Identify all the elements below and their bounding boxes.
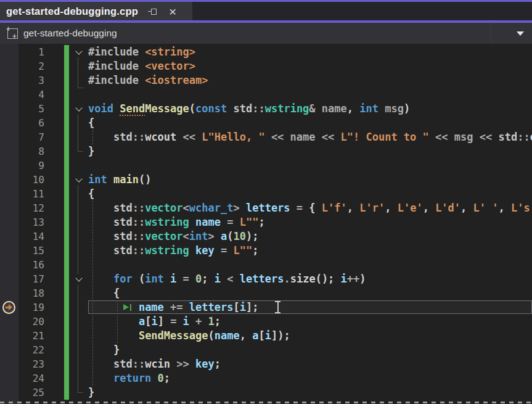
code-text[interactable]: SendMessage(name, a[i]);: [88, 329, 532, 343]
breakpoint-margin[interactable]: [0, 357, 18, 371]
breakpoint-margin[interactable]: [0, 159, 18, 173]
code-text[interactable]: std::vector<int> a(10);: [88, 229, 532, 244]
code-text[interactable]: [88, 258, 532, 272]
breakpoint-margin[interactable]: [0, 88, 18, 102]
code-line-24[interactable]: 24 return 0;: [0, 371, 532, 385]
line-number[interactable]: 12: [18, 201, 52, 215]
code-line-16[interactable]: 16: [0, 258, 532, 272]
breakpoint-margin[interactable]: [0, 173, 18, 187]
code-line-10[interactable]: 10int main(): [0, 173, 532, 187]
line-number[interactable]: 13: [18, 215, 52, 229]
breakpoint-margin[interactable]: [0, 300, 18, 315]
line-number[interactable]: 4: [18, 88, 52, 102]
fold-chevron-icon[interactable]: [73, 104, 84, 114]
code-line-14[interactable]: 14 std::vector<int> a(10);: [0, 229, 532, 244]
line-number[interactable]: 19: [18, 300, 52, 315]
line-number[interactable]: 11: [18, 187, 52, 201]
code-line-7[interactable]: 7 std::wcout << L"Hello, " << name << L"…: [0, 130, 532, 144]
line-number[interactable]: 8: [18, 144, 52, 159]
line-number[interactable]: 23: [18, 357, 52, 371]
code-line-9[interactable]: 9: [0, 159, 532, 173]
line-number[interactable]: 17: [18, 272, 52, 286]
breakpoint-margin[interactable]: [0, 130, 18, 144]
code-text[interactable]: std::vector<wchar_t> letters = { L'f', L…: [88, 201, 532, 215]
line-number[interactable]: 24: [18, 371, 52, 385]
breakpoint-margin[interactable]: [0, 73, 18, 88]
fold-chevron-icon[interactable]: [73, 274, 84, 284]
code-line-13[interactable]: 13 std::wstring name = L"";: [0, 215, 532, 229]
breakpoint-margin[interactable]: [0, 329, 18, 343]
code-line-23[interactable]: 23 std::wcin >> key;: [0, 357, 532, 371]
code-text[interactable]: {: [88, 116, 532, 130]
code-text[interactable]: name += letters[i];: [88, 300, 532, 315]
line-number[interactable]: 25: [18, 385, 52, 400]
breakpoint-margin[interactable]: [0, 201, 18, 215]
code-line-5[interactable]: 5void SendMessage(const std::wstring& na…: [0, 102, 532, 116]
code-text[interactable]: a[i] = i + 1;: [88, 315, 532, 329]
code-line-12[interactable]: 12 std::vector<wchar_t> letters = { L'f'…: [0, 201, 532, 215]
code-line-15[interactable]: 15 std::wstring key = L"";: [0, 244, 532, 258]
breakpoint-margin[interactable]: [0, 272, 18, 286]
breakpoint-margin[interactable]: [0, 102, 18, 116]
breakpoint-margin[interactable]: [0, 116, 18, 130]
breakpoint-margin[interactable]: [0, 315, 18, 329]
scope-dropdown-button[interactable]: [491, 23, 532, 44]
code-text[interactable]: return 0;: [88, 371, 532, 385]
breakpoint-margin[interactable]: [0, 385, 18, 400]
breadcrumb-bar[interactable]: get-started-debugging: [0, 23, 532, 44]
fold-chevron-icon[interactable]: [73, 175, 84, 185]
line-number[interactable]: 21: [18, 329, 52, 343]
breakpoint-margin[interactable]: [0, 229, 18, 244]
code-line-22[interactable]: 22 }: [0, 343, 532, 357]
code-line-8[interactable]: 8}: [0, 144, 532, 159]
line-number[interactable]: 5: [18, 102, 52, 116]
line-number[interactable]: 18: [18, 286, 52, 300]
breakpoint-margin[interactable]: [0, 144, 18, 159]
code-line-1[interactable]: 1#include <string>: [0, 45, 532, 59]
line-number[interactable]: 3: [18, 73, 52, 88]
code-text[interactable]: std::wcout << L"Hello, " << name << L"! …: [88, 130, 532, 144]
code-line-2[interactable]: 2#include <vector>: [0, 59, 532, 73]
line-number[interactable]: 9: [18, 159, 52, 173]
line-number[interactable]: 6: [18, 116, 52, 130]
breakpoint-margin[interactable]: [0, 187, 18, 201]
close-icon[interactable]: ×: [169, 5, 176, 18]
code-line-6[interactable]: 6{: [0, 116, 532, 130]
code-text[interactable]: [88, 159, 532, 173]
code-text[interactable]: std::wstring name = L"";: [88, 215, 532, 229]
line-number[interactable]: 20: [18, 315, 52, 329]
code-line-3[interactable]: 3#include <iostream>: [0, 73, 532, 88]
breakpoint-margin[interactable]: [0, 59, 18, 73]
code-text[interactable]: #include <string>: [88, 45, 532, 59]
fold-chevron-icon[interactable]: [73, 47, 84, 57]
code-text[interactable]: {: [88, 286, 532, 300]
line-number[interactable]: 15: [18, 244, 52, 258]
code-text[interactable]: int main(): [88, 173, 532, 187]
line-number[interactable]: 1: [18, 45, 52, 59]
code-line-11[interactable]: 11{: [0, 187, 532, 201]
line-number[interactable]: 10: [18, 173, 52, 187]
run-to-click-icon[interactable]: [123, 303, 133, 311]
code-text[interactable]: }: [88, 343, 532, 357]
breakpoint-margin[interactable]: [0, 286, 18, 300]
code-text[interactable]: }: [88, 385, 532, 400]
code-line-20[interactable]: 20 a[i] = i + 1;: [0, 315, 532, 329]
code-text[interactable]: for (int i = 0; i < letters.size(); i++): [88, 272, 532, 286]
code-line-25[interactable]: 25}: [0, 385, 532, 400]
code-text[interactable]: {: [88, 187, 532, 201]
code-text[interactable]: #include <iostream>: [88, 73, 532, 88]
breakpoint-margin[interactable]: [0, 45, 18, 59]
breakpoint-margin[interactable]: [0, 215, 18, 229]
line-number[interactable]: 7: [18, 130, 52, 144]
line-number[interactable]: 2: [18, 59, 52, 73]
code-text[interactable]: std::wstring key = L"";: [88, 244, 532, 258]
code-line-18[interactable]: 18 {: [0, 286, 532, 300]
code-text[interactable]: [88, 88, 532, 102]
breakpoint-margin[interactable]: [0, 258, 18, 272]
code-text[interactable]: void SendMessage(const std::wstring& nam…: [88, 102, 532, 116]
code-line-4[interactable]: 4: [0, 88, 532, 102]
code-text[interactable]: }: [88, 144, 532, 159]
breakpoint-margin[interactable]: [0, 244, 18, 258]
code-editor[interactable]: 1#include <string>2#include <vector>3#in…: [0, 44, 532, 404]
code-text[interactable]: std::wcin >> key;: [88, 357, 532, 371]
